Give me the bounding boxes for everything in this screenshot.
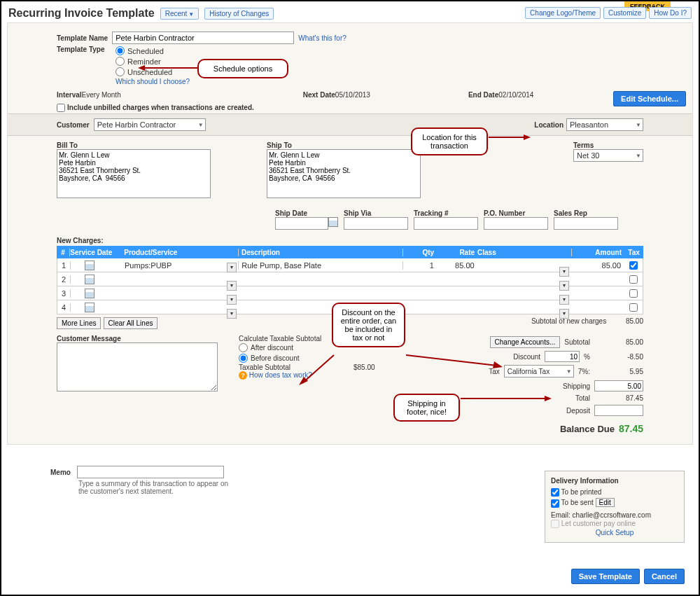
grid-header: # Service Date Product/Service Descripti… (57, 246, 643, 258)
change-logo-button[interactable]: Change Logo/Theme (525, 7, 601, 19)
footer-buttons: Save Template Cancel (571, 569, 685, 584)
whats-this-link[interactable]: What's this for? (298, 34, 346, 42)
tax-checkbox[interactable] (629, 303, 638, 312)
chevron-down-icon[interactable]: ▾ (227, 281, 237, 291)
po-label: P.O. Number (484, 209, 548, 217)
chevron-down-icon[interactable]: ▾ (227, 295, 237, 305)
terms-label: Terms (573, 141, 643, 149)
scheduled-radio[interactable] (115, 46, 125, 55)
more-lines-button[interactable]: More Lines (57, 317, 101, 329)
unscheduled-radio[interactable] (115, 67, 125, 76)
delivery-title: Delivery Information (551, 477, 678, 485)
discount-input[interactable] (545, 351, 580, 362)
memo-label: Memo (50, 469, 71, 476)
tax-checkbox[interactable] (629, 275, 638, 284)
tracking-label: Tracking # (414, 209, 478, 217)
help-icon: ? (239, 371, 247, 380)
reminder-radio[interactable] (115, 57, 125, 66)
memo-input[interactable] (77, 466, 224, 478)
calendar-icon[interactable] (328, 217, 338, 227)
chevron-down-icon[interactable]: ▾ (227, 263, 237, 272)
how-tax-link[interactable]: How does tax work? (249, 371, 312, 379)
ship-via-label: Ship Via (344, 209, 408, 217)
sales-rep-label: Sales Rep (554, 209, 618, 217)
tax-combo[interactable]: California Tax▼ (504, 365, 574, 377)
include-unbilled-label: Include unbilled charges when transactio… (67, 104, 254, 111)
sales-rep-input[interactable] (554, 217, 618, 230)
chevron-down-icon[interactable]: ▾ (559, 267, 569, 277)
customer-row: Customer Pete Harbin Contractor▼ Locatio… (8, 113, 692, 136)
to-be-printed-checkbox[interactable] (551, 488, 559, 497)
pay-online-checkbox (551, 520, 559, 528)
history-button[interactable]: History of Changes (204, 8, 274, 20)
page-title: Recurring Invoice Template (8, 7, 155, 20)
table-row[interactable]: 2▾▾ (57, 272, 643, 286)
template-name-label: Template Name (57, 34, 108, 42)
calendar-icon[interactable] (85, 303, 94, 312)
ship-date-label: Ship Date (275, 209, 338, 217)
terms-combo[interactable]: Net 30▼ (573, 149, 643, 162)
scheduled-label: Scheduled (127, 47, 164, 55)
delivery-box: Delivery Information To be printed To be… (545, 471, 685, 543)
location-combo[interactable]: Pleasanton▼ (566, 118, 643, 131)
bill-to-label: Bill To (57, 141, 211, 149)
subtotal-new-label: Subtotal of new charges (531, 317, 606, 325)
recent-button[interactable]: Recent▼ (160, 8, 200, 20)
bill-to-textarea[interactable]: Mr. Glenn L Lew Pete Harbin 36521 East T… (57, 149, 211, 198)
annotation-schedule: Schedule options (197, 59, 288, 78)
shipping-input[interactable] (594, 380, 643, 391)
annotation-shipping: Shipping in footer, nice! (393, 394, 460, 422)
include-unbilled-checkbox[interactable] (57, 104, 65, 112)
table-row[interactable]: 1Pumps:PUBP▾Rule Pump, Base Plate185.00▾… (57, 258, 643, 272)
customer-message-textarea[interactable] (57, 342, 218, 391)
to-be-sent-checkbox[interactable] (551, 499, 559, 508)
clear-all-button[interactable]: Clear All Lines (104, 317, 158, 329)
template-type-label: Template Type (57, 46, 111, 85)
save-template-button[interactable]: Save Template (571, 569, 640, 584)
subtotal-new-value: 85.00 (626, 317, 643, 325)
address-section: Bill To Mr. Glenn L Lew Pete Harbin 3652… (8, 136, 692, 205)
ship-to-label: Ship To (267, 141, 421, 149)
ship-to-textarea[interactable]: Mr. Glenn L Lew Pete Harbin 36521 East T… (267, 149, 421, 198)
calendar-icon[interactable] (85, 275, 94, 284)
interval-row: IntervalEvery Month Next Date05/10/2013 … (8, 88, 692, 102)
cancel-button[interactable]: Cancel (644, 569, 685, 584)
memo-hint: Type a summary of this transaction to ap… (78, 480, 239, 495)
table-row[interactable]: 3▾▾ (57, 286, 643, 300)
tracking-input[interactable] (414, 217, 478, 230)
header-right: Change Logo/Theme Customize How Do I? (525, 7, 692, 19)
deposit-input[interactable] (594, 405, 643, 416)
delivery-email: charlie@ccrsoftware.com (573, 511, 651, 519)
annotation-discount: Discount on the entire order, can be inc… (332, 303, 405, 347)
after-discount-radio[interactable] (239, 343, 248, 352)
new-charges-title: New Charges: (57, 237, 643, 244)
ship-via-input[interactable] (344, 217, 408, 230)
location-label: Location (534, 121, 564, 129)
change-accounts-button[interactable]: Change Accounts... (490, 336, 561, 348)
unscheduled-label: Unscheduled (127, 68, 172, 76)
totals-section: Change Accounts...Subtotal85.00 Discount… (426, 335, 643, 436)
customize-button[interactable]: Customize (603, 7, 646, 19)
chevron-down-icon[interactable]: ▾ (559, 281, 569, 291)
tax-checkbox[interactable] (629, 289, 638, 298)
quick-setup-link[interactable]: Quick Setup (596, 529, 634, 536)
how-do-i-button[interactable]: How Do I? (649, 7, 692, 19)
chevron-down-icon[interactable]: ▾ (227, 309, 237, 319)
tax-checkbox[interactable] (629, 261, 638, 270)
edit-delivery-button[interactable]: Edit (596, 498, 615, 507)
po-input[interactable] (484, 217, 548, 230)
chevron-down-icon[interactable]: ▾ (559, 295, 569, 305)
customer-combo[interactable]: Pete Harbin Contractor▼ (94, 118, 206, 131)
customer-message-label: Customer Message (57, 335, 218, 342)
chevron-down-icon[interactable]: ▾ (559, 309, 569, 319)
annotation-location: Location for this transaction (411, 127, 488, 155)
template-name-input[interactable] (112, 32, 294, 44)
edit-schedule-button[interactable]: Edit Schedule... (613, 91, 686, 106)
calendar-icon[interactable] (85, 289, 94, 298)
reminder-label: Reminder (127, 57, 161, 66)
calendar-icon[interactable] (85, 261, 94, 270)
which-choose-link[interactable]: Which should I choose? (115, 78, 190, 85)
before-discount-radio[interactable] (239, 354, 248, 363)
ship-date-input[interactable] (275, 217, 328, 230)
ship-fields: Ship Date Ship Via Tracking # P.O. Numbe… (8, 205, 692, 234)
